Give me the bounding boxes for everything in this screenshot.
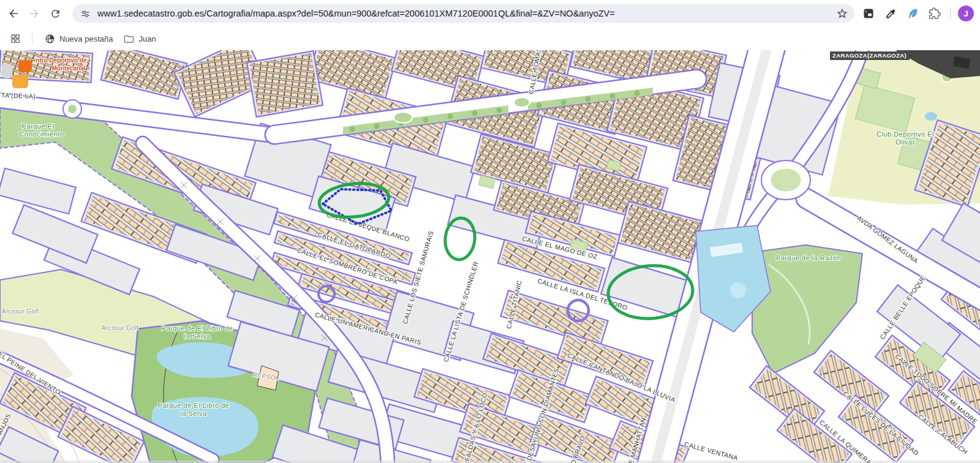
map-tool-button-grey[interactable] — [2, 64, 12, 78]
apps-grid-button[interactable] — [7, 31, 23, 47]
bookmark-star-icon[interactable] — [836, 7, 848, 20]
url-text[interactable]: www1.sedecatastro.gob.es/Cartografia/map… — [97, 9, 836, 18]
municipality-label: ZARAGOZA(ZARAGOZA) — [830, 51, 910, 60]
back-icon — [7, 7, 20, 20]
venue-label: Montecanal — [51, 65, 85, 72]
url-bar[interactable]: www1.sedecatastro.gob.es/Cartografia/map… — [72, 4, 854, 23]
toolbar-divider — [950, 8, 951, 19]
extension-pip-icon[interactable] — [861, 6, 876, 21]
reload-icon — [50, 8, 61, 20]
feather-extension-icon[interactable] — [905, 6, 921, 21]
poi-label: Arcosur Golf — [102, 325, 138, 331]
street-label: TA (DE LA) — [1, 91, 36, 100]
bookmark-folder-juan[interactable]: Juan — [120, 31, 159, 47]
globe-icon — [45, 34, 55, 44]
map-tool-button-amber[interactable] — [12, 75, 28, 88]
bookmark-folder-label: Juan — [138, 34, 156, 43]
park-label: Parque de la Razón — [776, 254, 841, 262]
forward-icon — [28, 7, 40, 20]
bookmark-nueva-pestana[interactable]: Nueva pestaña — [41, 31, 116, 47]
park-label: Parque El — [22, 122, 55, 130]
venue-label: ntro Deportivo de — [36, 57, 87, 64]
browser-toolbar: www1.sedecatastro.gob.es/Cartografia/map… — [0, 0, 980, 27]
map-tool-button-orange[interactable] — [18, 60, 32, 72]
back-button[interactable] — [4, 4, 23, 23]
extensions-puzzle-icon[interactable] — [927, 6, 943, 21]
cadastral-map-viewport[interactable]: CALLE EL JEQUE BLANCOCALLE EL GATOPARDOC… — [0, 50, 980, 463]
forward-button[interactable] — [24, 4, 44, 23]
park-label: la Selva — [184, 333, 211, 340]
bookmarks-bar: Nueva pestaña Juan — [0, 27, 980, 50]
folder-icon — [124, 34, 134, 44]
extensions-area: J — [861, 6, 974, 21]
park-label: Conocimiento — [19, 130, 64, 138]
map-canvas[interactable]: CALLE EL JEQUE BLANCOCALLE EL GATOPARDOC… — [0, 50, 980, 463]
park-label: la Selva — [180, 410, 207, 417]
profile-avatar[interactable]: J — [958, 6, 974, 21]
park-label: Parque de El Libro de — [158, 402, 230, 409]
park-label: Club Deportivo El — [876, 130, 934, 138]
park-label: Parque de El Libro de — [162, 325, 233, 332]
park-label: Olivar — [895, 138, 915, 146]
bookmarks-divider — [32, 33, 32, 44]
eyedropper-extension-icon[interactable] — [883, 6, 899, 21]
poi-label: Arcosur Golf — [2, 308, 39, 315]
bookmark-label: Nueva pestaña — [59, 34, 113, 43]
reload-button[interactable] — [45, 4, 65, 23]
site-info-icon[interactable] — [80, 8, 91, 20]
